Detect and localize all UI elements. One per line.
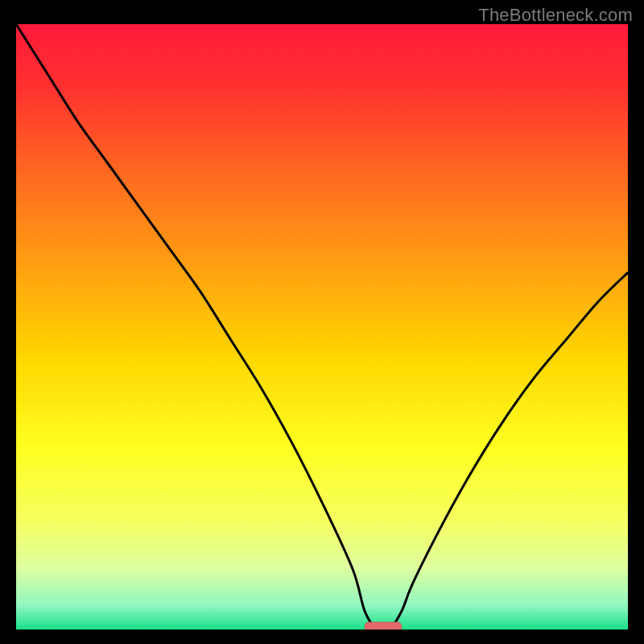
plot-area bbox=[16, 24, 628, 630]
chart-svg bbox=[16, 24, 628, 630]
optimal-marker bbox=[365, 622, 402, 630]
watermark-text: TheBottleneck.com bbox=[478, 5, 633, 26]
gradient-background bbox=[16, 24, 628, 630]
chart-frame: TheBottleneck.com bbox=[0, 0, 644, 644]
